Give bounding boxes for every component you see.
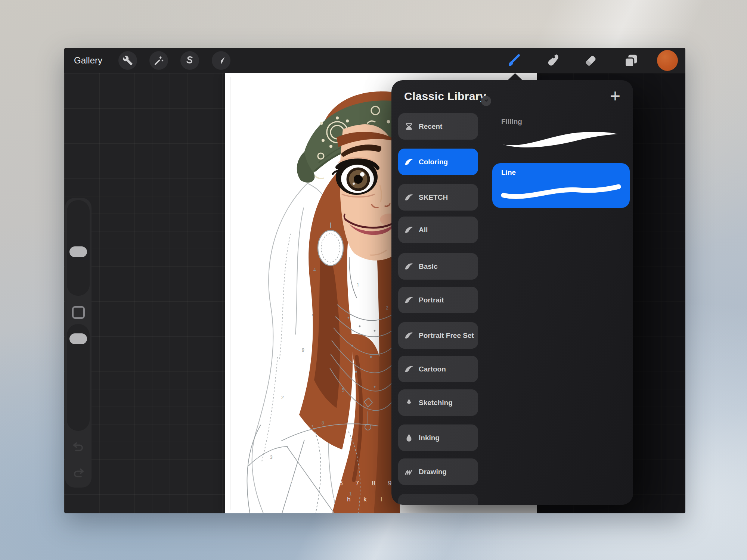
wrench-icon <box>123 55 133 66</box>
top-toolbar: Gallery <box>64 48 685 73</box>
selection-s-icon <box>185 55 195 66</box>
palette-swatch: 5 <box>318 477 331 490</box>
brush-category-item[interactable]: Inking <box>398 424 478 451</box>
category-icon <box>404 122 414 131</box>
category-icon <box>404 193 414 202</box>
artwork-number: 7 <box>311 312 314 317</box>
selection-button[interactable] <box>180 51 199 70</box>
eraser-icon <box>582 52 599 69</box>
artwork-number: 3 <box>270 455 273 460</box>
brush-stroke-preview <box>501 129 620 151</box>
palette-swatch: 1 <box>253 477 266 490</box>
brush-name: Filling <box>501 118 522 126</box>
category-icon <box>404 157 414 167</box>
category-icon <box>404 398 414 408</box>
brush-category-item[interactable]: Sketching <box>398 389 478 416</box>
brush-sidebar <box>65 198 92 488</box>
paint-brush-icon <box>505 52 522 69</box>
brush-name: Line <box>501 168 516 177</box>
category-label: Coloring <box>419 158 451 166</box>
category-label: SKETCH <box>419 193 451 201</box>
brush-category-list: Recent Coloring SKETCH <box>398 80 478 505</box>
library-dropdown-button[interactable] <box>481 96 491 106</box>
category-icon <box>404 262 414 271</box>
brush-category-item[interactable]: Coloring <box>398 149 478 175</box>
undo-button[interactable] <box>71 440 86 454</box>
artwork-number: 4 <box>313 267 316 273</box>
brush-category-item[interactable]: All <box>398 217 478 243</box>
chevron-down-icon <box>484 98 489 105</box>
artwork-number: 2 <box>386 305 388 311</box>
palette-swatch: 3 <box>286 477 299 490</box>
eraser-tool-button[interactable] <box>582 52 599 69</box>
brush-item-line[interactable]: Line <box>492 163 630 208</box>
category-label: Basic <box>419 262 441 270</box>
brush-size-handle[interactable] <box>69 246 87 257</box>
category-icon <box>404 331 414 340</box>
modify-button[interactable] <box>72 306 85 319</box>
artwork-number: 1 <box>357 282 359 287</box>
category-label: Sketching <box>419 399 456 407</box>
category-icon <box>404 467 414 477</box>
palette-swatch: 8 <box>367 477 380 490</box>
brush-item-filling[interactable]: Filling <box>492 115 630 159</box>
artwork-number: 9 <box>302 348 304 353</box>
layers-button[interactable] <box>622 52 639 69</box>
palette-swatch: 2 <box>270 477 283 490</box>
smudge-tool-button[interactable] <box>545 52 562 69</box>
brush-stroke-preview <box>500 181 622 204</box>
brush-category-item[interactable]: Basic <box>398 253 478 280</box>
brush-category-item[interactable]: Portrait Free Set <box>398 322 478 349</box>
category-label: Drawing <box>419 468 450 476</box>
palette-swatch: y <box>326 493 339 506</box>
brush-category-item[interactable]: Drawing <box>398 458 478 485</box>
palette-swatch: 7 <box>351 477 364 490</box>
brush-category-item[interactable]: SKETCH <box>398 184 478 211</box>
category-label: All <box>419 226 431 234</box>
category-label: Cartoon <box>419 365 449 373</box>
brush-library-popup: Classic Library + Recent Coloring <box>391 80 633 505</box>
artwork-number: 1 <box>349 491 352 497</box>
smudge-finger-icon <box>545 52 561 69</box>
palette-swatch: k <box>359 493 372 506</box>
category-label: Portrait <box>419 296 447 304</box>
palette-swatch: 6 <box>335 477 348 490</box>
procreate-window: Gallery <box>64 48 685 513</box>
brush-category-item[interactable]: Cartoon <box>398 356 478 382</box>
popup-arrow <box>508 73 523 80</box>
palette-swatch: 4 <box>302 477 315 490</box>
palette-swatch: l <box>375 493 388 506</box>
transform-button[interactable] <box>212 51 230 70</box>
palette-row-numbers: 123456789 <box>253 477 396 490</box>
adjustments-wand-button[interactable] <box>149 51 168 70</box>
screenshot-root: Gallery <box>0 0 747 560</box>
category-icon <box>404 433 414 443</box>
transform-arrow-icon <box>216 55 226 66</box>
brush-opacity-handle[interactable] <box>69 333 87 344</box>
brush-category-item[interactable]: Portrait <box>398 287 478 313</box>
category-label: Portrait Free Set <box>419 332 477 339</box>
category-icon <box>404 225 414 235</box>
category-icon <box>404 295 414 305</box>
category-icon <box>404 364 414 374</box>
artwork-number: 5 <box>342 388 344 393</box>
active-color-button[interactable] <box>657 50 678 71</box>
gallery-button[interactable]: Gallery <box>74 48 102 73</box>
actions-wrench-button[interactable] <box>118 51 137 70</box>
category-icon <box>404 503 414 505</box>
palette-swatch: h <box>342 493 356 506</box>
artwork-number: 2 <box>281 395 284 400</box>
redo-button[interactable] <box>71 466 86 480</box>
category-label: Inking <box>419 434 443 442</box>
artwork-number: 8 <box>322 420 324 426</box>
category-label: Recent <box>419 122 445 130</box>
brush-tool-button[interactable] <box>505 52 522 69</box>
brush-category-item[interactable] <box>398 494 478 505</box>
brush-category-item[interactable]: Recent <box>398 113 478 140</box>
add-brush-button[interactable]: + <box>610 85 620 107</box>
layers-icon <box>622 52 639 69</box>
magic-wand-icon <box>154 55 164 66</box>
